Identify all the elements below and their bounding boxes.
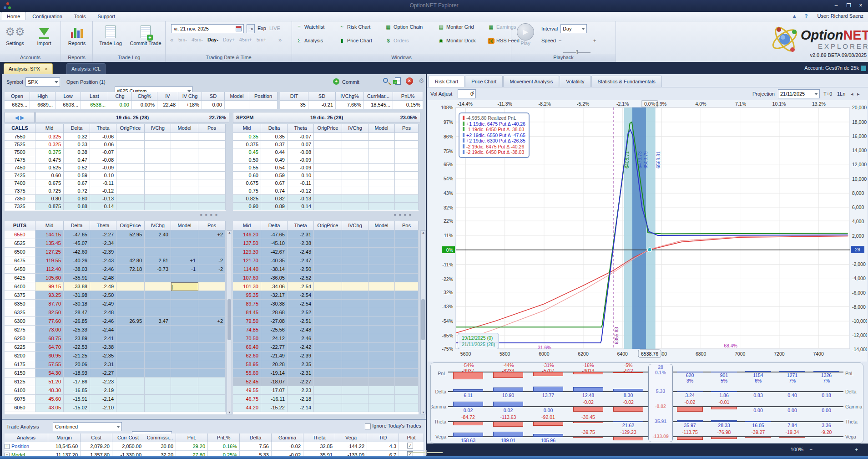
commit-trade-button[interactable]: Commit Trade	[127, 23, 164, 46]
option-row[interactable]: 107.60-36.05-2.52	[233, 274, 419, 282]
monitor-grid-button[interactable]: ▤Monitor Grid	[438, 24, 485, 33]
option-row[interactable]: 615054.30-18.93-2.27	[5, 369, 226, 377]
tab-statistics-fundamentals[interactable]: Statistics & Fundamentals	[591, 76, 662, 87]
spin-down-icon[interactable]: ▼	[472, 93, 474, 95]
projection-t0-label[interactable]: T+0	[823, 91, 832, 97]
splitter[interactable]: ■ ■ ■ ■	[233, 211, 426, 220]
watchlist-button[interactable]: ≡Watchlist	[296, 24, 336, 33]
option-row[interactable]: 84.45-28.68-2.52	[233, 308, 419, 317]
chain-scrollbar[interactable]: ▲▼	[227, 230, 232, 414]
option-row[interactable]: 0.600.59-0.10	[233, 172, 419, 179]
option-row[interactable]: 49.55-17.07-2.23	[233, 386, 419, 395]
scroll-thumb[interactable]	[227, 299, 231, 340]
chain-settings-gear-icon[interactable]: ⚙	[419, 77, 424, 84]
option-row[interactable]: 75250.3250.33-0.06	[5, 141, 226, 148]
option-row[interactable]: 62.60-21.49-2.39	[233, 352, 419, 360]
option-row[interactable]: 79.50-27.08-2.51	[233, 317, 419, 326]
zoom-in-icon[interactable]: +	[855, 447, 858, 452]
panel-corner-icon[interactable]	[861, 66, 866, 71]
chain-next-icon[interactable]: ▶	[20, 115, 24, 120]
option-row[interactable]: 630077.60-26.85-2.4626.953.47+2	[5, 317, 226, 326]
search-icon[interactable]	[383, 78, 388, 83]
option-row[interactable]: 146.20-47.65-2.31	[233, 230, 419, 239]
option-row[interactable]: 95.35-32.17-2.54	[233, 291, 419, 300]
option-row[interactable]: 0.900.89-0.14	[233, 203, 419, 210]
collapse-ribbon-icon[interactable]: ▲	[792, 13, 797, 19]
option-row[interactable]: 74250.600.59-0.10	[5, 172, 226, 179]
option-row[interactable]: 625068.75-23.89-2.41	[5, 334, 226, 343]
tab-volatility[interactable]: Volatility	[560, 76, 590, 87]
option-row[interactable]: 46.75-16.11-2.18	[233, 395, 419, 403]
option-row[interactable]: 129.30-42.67-2.43	[233, 248, 419, 256]
option-row[interactable]: 632582.50-28.47-2.48	[5, 308, 226, 317]
option-row[interactable]: 101.30-34.06-2.54	[233, 282, 419, 291]
close-tab-icon[interactable]: ×	[45, 66, 47, 71]
chart-zoom-slider[interactable]	[409, 452, 443, 453]
tab-price-chart[interactable]: Price Chart	[465, 76, 503, 87]
option-row[interactable]: 74500.5250.52-0.09	[5, 164, 226, 172]
option-row[interactable]: 622564.70-22.53-2.38	[5, 343, 226, 352]
option-row[interactable]: 605043.05-15.02-2.10	[5, 403, 226, 412]
option-row[interactable]: 44.20-15.22-2.14	[233, 403, 419, 412]
option-row[interactable]: 0.550.54-0.09	[233, 164, 419, 172]
menu-tab-support[interactable]: Support	[92, 12, 121, 20]
option-row[interactable]: 617557.55-20.06-2.31	[5, 360, 226, 369]
option-row[interactable]: 74000.6750.67-0.11	[5, 179, 226, 187]
monitor-dock-button[interactable]: ◉Monitor Dock	[438, 38, 485, 47]
projection-prev-icon[interactable]: ◂	[851, 91, 853, 97]
option-row[interactable]: 6550144.15-47.65-2.2752.952.40+2	[5, 230, 226, 239]
option-row[interactable]: 73750.7250.72-0.12	[5, 187, 226, 195]
date-step-Day-[interactable]: Day-	[207, 37, 218, 42]
chain-scrollbar[interactable]: ▲▼	[420, 230, 426, 414]
option-row[interactable]: 73500.800.80-0.13	[5, 195, 226, 203]
option-row[interactable]: 635087.70-30.18-2.49	[5, 300, 226, 308]
settings-button[interactable]: ⚙⚙ Settings	[1, 23, 29, 46]
tab-risk-chart[interactable]: Risk Chart	[429, 76, 464, 87]
date-step-5m-[interactable]: 5m-	[178, 37, 187, 42]
option-row[interactable]: 607545.60-15.91-2.14	[5, 395, 226, 403]
zoom-out-icon[interactable]: −	[810, 447, 812, 452]
option-row[interactable]: 55.60-19.14-2.31	[233, 369, 419, 377]
option-row[interactable]: 66.40-22.77-2.42	[233, 343, 419, 352]
trade-log-button[interactable]: Trade Log	[96, 23, 126, 46]
maximize-button[interactable]: ❒	[843, 2, 854, 10]
option-row[interactable]: 640099.15-33.88-2.49|	[5, 282, 226, 291]
option-row[interactable]: 58.95-20.28-2.35	[233, 360, 419, 369]
menu-tab-tools[interactable]: Tools	[69, 12, 91, 20]
ignore-trades-checkbox[interactable]: Ignore Today's Trades	[365, 423, 421, 429]
symbol-select[interactable]: SPX	[25, 77, 60, 87]
option-row[interactable]: 627573.00-25.33-2.44	[5, 326, 226, 334]
option-row[interactable]: 0.750.74-0.12	[233, 187, 419, 195]
plot-checkbox[interactable]: ✓	[407, 443, 413, 449]
menu-tab-configuration[interactable]: Configuration	[27, 12, 67, 20]
option-row[interactable]: 0.6750.67-0.11	[233, 179, 419, 187]
option-row[interactable]: 75000.3750.38-0.07	[5, 148, 226, 156]
scroll-thumb[interactable]	[421, 299, 425, 340]
step-far-fwd-icon[interactable]: »	[278, 36, 282, 43]
option-chain-button[interactable]: ▦Option Chain	[385, 24, 435, 33]
option-row[interactable]: 0.8250.82-0.13	[233, 195, 419, 203]
tab-movement-analysis[interactable]: Movement Analysis	[503, 76, 559, 87]
menu-tab-home[interactable]: Home	[1, 12, 26, 20]
option-row[interactable]: 70.50-24.12-2.46	[233, 334, 419, 343]
live-label[interactable]: LIVE	[269, 26, 280, 31]
speed-slider[interactable]	[563, 52, 590, 53]
delete-icon[interactable]: ×	[406, 77, 413, 85]
option-row[interactable]: 6475119.55-40.26-2.4342.802.81+1-2	[5, 256, 226, 265]
tab-analysis-spx[interactable]: Analysis: SPX ×	[4, 63, 53, 74]
option-row[interactable]: 6425105.60-35.91-2.48	[5, 274, 226, 282]
analysis-row-name[interactable]: +Position	[5, 442, 48, 451]
commit-button[interactable]: Commit	[342, 79, 359, 85]
minimize-button[interactable]: –	[831, 2, 842, 10]
analysis-mode-select[interactable]: Combined	[53, 422, 122, 431]
projection-1ln-label[interactable]: 1Ln	[837, 91, 845, 97]
interval-select[interactable]: Day	[560, 24, 587, 33]
date-step-45m-[interactable]: 45m-	[192, 37, 203, 42]
date-step-Day+[interactable]: Day+	[223, 37, 235, 42]
play-button[interactable]: ▶ Play	[517, 23, 534, 46]
option-row[interactable]: 73250.8750.88-0.14	[5, 203, 226, 210]
option-row[interactable]: 0.500.49-0.09	[233, 156, 419, 164]
exp-label[interactable]: Exp	[257, 26, 266, 31]
chain-prev-icon[interactable]: ◀	[15, 115, 20, 120]
expiration-step-button[interactable]: ⇥	[247, 24, 255, 33]
